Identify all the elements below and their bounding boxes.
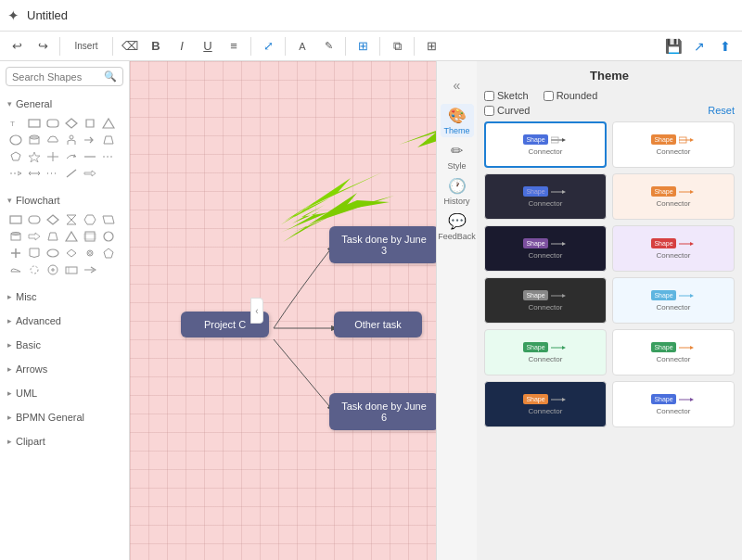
fc-triangle[interactable]	[63, 229, 80, 244]
shape-curved-arrow[interactable]	[63, 149, 80, 164]
save-button[interactable]: 💾	[662, 35, 684, 57]
fc-doc[interactable]	[26, 246, 43, 261]
fc-circle[interactable]	[100, 229, 117, 244]
fc-semicircle[interactable]	[7, 262, 24, 277]
canvas-area[interactable]: ‹	[130, 61, 436, 560]
category-header-bpmn[interactable]: ▸ BPMN General	[7, 409, 122, 426]
table-button[interactable]: ⊞	[420, 35, 442, 57]
shape-trapezoid[interactable]	[100, 133, 117, 147]
shape-text[interactable]: T	[7, 116, 24, 131]
theme-card-9[interactable]: Shape Connector	[484, 329, 607, 375]
theme-card-8[interactable]: Shape Connector	[612, 277, 735, 324]
category-header-uml[interactable]: ▸ UML	[7, 385, 122, 401]
theme-card-1[interactable]: Shape Connector	[484, 121, 607, 168]
shape-double-arrow[interactable]	[26, 166, 43, 181]
fc-arrow[interactable]	[26, 229, 43, 244]
fc-diamond[interactable]	[45, 212, 61, 227]
category-header-basic[interactable]: ▸ Basic	[7, 337, 122, 353]
shape-rounded-rect[interactable]	[45, 116, 61, 131]
rounded-checkbox[interactable]	[544, 91, 554, 101]
theme-card-5[interactable]: Shape Connector	[484, 225, 607, 272]
fc-arrows-circle[interactable]	[26, 262, 43, 277]
rounded-checkbox-label[interactable]: Rounded	[544, 90, 598, 101]
reset-button[interactable]: Reset	[708, 105, 735, 116]
category-header-misc[interactable]: ▸ Misc	[7, 288, 122, 305]
theme-card-4[interactable]: Shape Connector	[612, 173, 735, 220]
insert-button[interactable]: Insert	[66, 35, 107, 57]
search-box[interactable]: 🔍	[6, 67, 123, 86]
delete-button[interactable]: ⌫	[119, 35, 141, 57]
shape-line[interactable]	[82, 149, 98, 164]
fc-rect3[interactable]	[63, 262, 80, 277]
search-input[interactable]	[12, 71, 100, 83]
shape-parallelogram[interactable]	[82, 116, 98, 131]
theme-card-6[interactable]: Shape Connector	[612, 225, 735, 272]
fc-arrow2[interactable]	[82, 262, 98, 277]
shape-rect[interactable]	[26, 116, 43, 131]
fc-cross[interactable]	[7, 246, 24, 261]
fc-rect[interactable]	[7, 212, 24, 227]
italic-button[interactable]: I	[171, 35, 193, 57]
collapse-right-button[interactable]: «	[441, 69, 474, 102]
fc-gear[interactable]	[82, 246, 98, 261]
shape-pentagon[interactable]	[7, 149, 24, 164]
fc-rounded[interactable]	[26, 212, 43, 227]
category-header-arrows[interactable]: ▸ Arrows	[7, 361, 122, 377]
category-header-flowchart[interactable]: ▾ Flowchart	[7, 192, 122, 209]
fc-diamond2[interactable]	[63, 246, 80, 261]
fc-trapezoid[interactable]	[45, 229, 61, 244]
fc-pentagon[interactable]	[100, 246, 117, 261]
shape-cross-arrow[interactable]	[45, 149, 61, 164]
shape-circle[interactable]	[7, 133, 24, 147]
curved-checkbox-label[interactable]: Curved	[484, 105, 530, 116]
fc-cylinder[interactable]	[7, 229, 24, 244]
theme-card-2[interactable]: Shape Connector	[612, 121, 735, 168]
node-task-june3[interactable]: Task done by June 3	[329, 226, 436, 263]
sketch-checkbox[interactable]	[484, 91, 494, 101]
shape-person[interactable]	[63, 133, 80, 147]
node-task-june6[interactable]: Task done by June 6	[329, 393, 436, 430]
theme-card-3[interactable]: Shape Connector	[484, 173, 607, 220]
category-header-clipart[interactable]: ▸ Clipart	[7, 433, 122, 450]
shape-arrow-dashed[interactable]	[7, 166, 24, 181]
shape-diamond[interactable]	[63, 116, 80, 131]
embed-button[interactable]: ⊞	[352, 35, 374, 57]
fc-plus-circle[interactable]	[45, 262, 61, 277]
fc-hexagon[interactable]	[82, 212, 98, 227]
theme-card-12[interactable]: Shape Connector	[612, 381, 735, 427]
fc-hourglass[interactable]	[63, 212, 80, 227]
share-button[interactable]: ↗	[688, 35, 710, 57]
style-icon-button[interactable]: ✏ Style	[441, 139, 474, 172]
shape-diagonal[interactable]	[63, 166, 80, 181]
copy-button[interactable]: ⧉	[386, 35, 408, 57]
category-header-general[interactable]: ▾ General	[7, 95, 122, 112]
color-button[interactable]: A	[291, 35, 313, 57]
theme-card-10[interactable]: Shape Connector	[612, 329, 735, 375]
shape-cylinder[interactable]	[26, 133, 43, 147]
export-button[interactable]: ⬆	[714, 35, 736, 57]
theme-card-11[interactable]: Shape Connector	[484, 381, 607, 427]
fc-parallelogram[interactable]	[100, 212, 117, 227]
sketch-checkbox-label[interactable]: Sketch	[484, 90, 529, 101]
bold-button[interactable]: B	[145, 35, 167, 57]
shape-arrow-right[interactable]	[82, 133, 98, 147]
highlight-button[interactable]: ✎	[317, 35, 339, 57]
underline-button[interactable]: U	[197, 35, 219, 57]
shape-dotted[interactable]	[45, 166, 61, 181]
history-icon-button[interactable]: 🕐 History	[441, 174, 474, 208]
list-button[interactable]: ≡	[223, 35, 245, 57]
undo-button[interactable]: ↩	[6, 35, 28, 57]
category-header-advanced[interactable]: ▸ Advanced	[7, 312, 122, 329]
fc-oval[interactable]	[45, 246, 61, 261]
theme-icon-button[interactable]: 🎨 Theme	[441, 104, 474, 137]
shape-star[interactable]	[26, 149, 43, 164]
node-other-task[interactable]: Other task	[334, 312, 422, 337]
connector-button[interactable]: ⤢	[257, 35, 279, 57]
redo-button[interactable]: ↪	[32, 35, 54, 57]
fc-rect2[interactable]	[82, 229, 98, 244]
shape-triangle[interactable]	[100, 116, 117, 131]
shape-cloud[interactable]	[45, 133, 61, 147]
feedback-icon-button[interactable]: 💬 FeedBack	[441, 210, 474, 243]
collapse-left-button[interactable]: ‹	[250, 298, 263, 324]
curved-checkbox[interactable]	[484, 106, 494, 116]
